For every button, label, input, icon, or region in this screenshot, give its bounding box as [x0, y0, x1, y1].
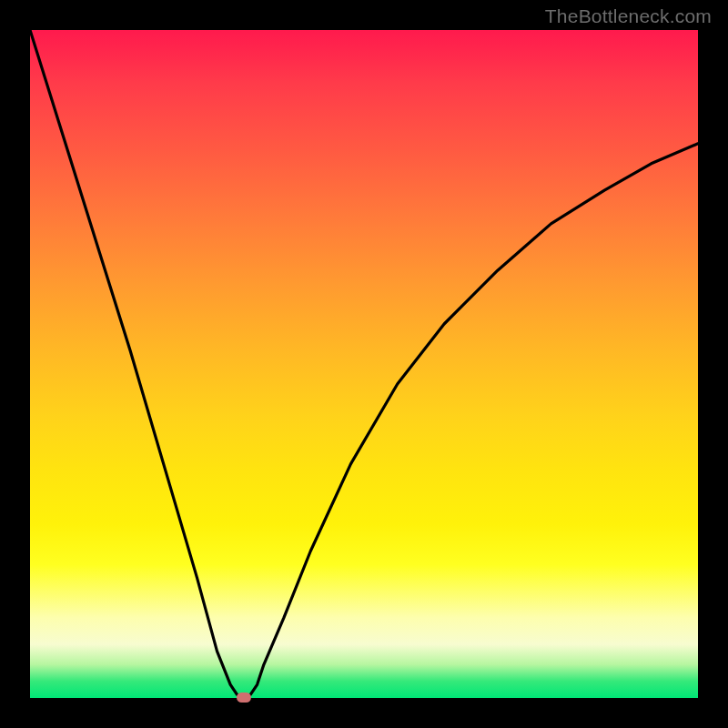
- watermark-text: TheBottleneck.com: [545, 5, 712, 27]
- optimal-marker: [237, 693, 251, 703]
- chart-frame: TheBottleneck.com: [0, 0, 728, 728]
- bottleneck-curve: [30, 30, 698, 698]
- plot-area: [30, 30, 698, 698]
